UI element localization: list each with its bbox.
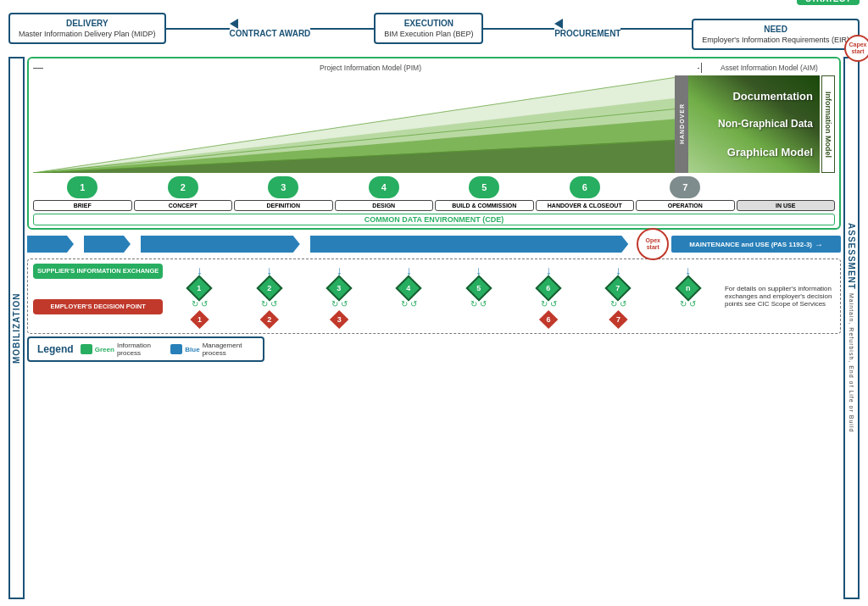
procurement-label: PROCUREMENT <box>554 29 620 38</box>
contract-line <box>166 28 230 30</box>
proc-arrow-head <box>554 19 563 29</box>
maintenance-arrow: → <box>815 240 823 249</box>
stage-7: 7 OPERATION <box>636 176 735 211</box>
stage-label-7: OPERATION <box>636 200 735 211</box>
aim-label: Asset Information Model (AIM) <box>704 64 835 72</box>
dia-green-6: 6 <box>536 275 562 301</box>
dia-green-7: 7 <box>605 275 632 301</box>
info-model-label: Information Model <box>821 75 835 173</box>
left-side: MOBILIZATION <box>8 57 25 599</box>
legend-title: Legend <box>37 343 74 355</box>
opex-label: Opex start <box>638 237 667 252</box>
legend-green-item: Green Information process <box>81 342 164 357</box>
stage-inuse: IN USE <box>737 176 836 211</box>
employer-box: EMPLOYER'S DECISION POINT <box>33 299 163 314</box>
supplier-box: SUPPLIER'S INFORMATION EXCHANGE <box>33 264 163 279</box>
flow-row: Opex start MAINTENANCE and USE (PAS 1192… <box>27 232 841 256</box>
pim-label: Project Information Model (PIM) <box>43 64 698 72</box>
dia-green-num-2: 2 <box>267 284 271 292</box>
dia-green-3: 3 <box>326 275 353 301</box>
execution-content: BIM Execution Plan (BEP) <box>384 30 473 38</box>
stage-1: 1 BRIEF <box>33 176 132 211</box>
dia-green-1: 1 <box>186 275 213 301</box>
need-box: NEED Employer's Information Requirements… <box>692 19 860 50</box>
flow-arrow-1 <box>27 236 74 253</box>
assessment-sub: Maintain, Refurbish, End of Life or Buil… <box>849 293 854 432</box>
decision-num-1: 1 <box>198 315 202 324</box>
contract-award-area: CONTRACT AWARD <box>166 19 375 38</box>
dia-green-num-4: 4 <box>407 284 411 292</box>
mobilization-label: MOBILIZATION <box>8 57 25 599</box>
decision-num-6: 6 <box>547 315 551 324</box>
stage-oval-1: 1 <box>67 176 97 198</box>
dia-green-n: n <box>675 275 701 301</box>
contract-arrow-head <box>230 19 238 29</box>
stage-5: 5 BUILD & COMMISSION <box>435 176 534 211</box>
cde-label: COMMON DATA ENVIRONMENT (CDE) <box>33 214 835 225</box>
exchange-col-n: ↓ n ↻ ↺ <box>655 264 721 329</box>
info-text-nongraphical: Non-Graphical Data <box>705 118 813 130</box>
execution-box: EXECUTION BIM Execution Plan (BEP) <box>374 13 483 44</box>
procurement-area: PROCUREMENT <box>483 19 692 38</box>
need-group: STRATEGY NEED Employer's Information Req… <box>692 7 860 50</box>
dia-green-num-7: 7 <box>616 284 620 292</box>
info-text-graphical: Graphical Model <box>705 146 813 158</box>
legend-green-color <box>81 344 92 354</box>
stage-3: 3 DEFINITION <box>234 176 333 211</box>
stage-oval-inuse-spacer <box>771 176 801 198</box>
exchange-col-2: ↓ 2 ↻ ↺ 2 <box>236 264 303 329</box>
info-text-documentation: Documentation <box>705 90 813 103</box>
dia-green-num-1: 1 <box>198 284 202 292</box>
need-content: Employer's Information Requirements (EIR… <box>702 36 849 44</box>
exchange-col-5: ↓ 5 ↻ ↺ <box>446 264 512 329</box>
delivery-title: DELIVERY <box>19 19 156 28</box>
stage-oval-2: 2 <box>168 176 198 198</box>
triangle-svg-wrapper: HANDOVER <box>33 75 688 173</box>
stage-label-4: DESIGN <box>335 200 434 211</box>
pim-divider <box>698 68 699 69</box>
legend-blue-desc: Management process <box>203 342 254 357</box>
decision-num-3: 3 <box>337 315 342 324</box>
green-triangle-area: HANDOVER Documentation Non-Graphical Dat… <box>33 75 835 173</box>
flow-arrow-2 <box>84 236 131 253</box>
contract-award-label: CONTRACT AWARD <box>230 29 311 38</box>
stage-label-inuse: IN USE <box>737 200 836 211</box>
maintenance-box: MAINTENANCE and USE (PAS 1192-3) → <box>671 236 841 253</box>
stage-oval-7: 7 <box>670 176 700 198</box>
proc-line <box>483 28 554 30</box>
exchange-col-6: ↓ 6 ↻ ↺ 6 <box>515 264 581 329</box>
page-wrapper: DELIVERY Master Information Delivery Pla… <box>0 0 868 606</box>
pim-aim-bar: Project Information Model (PIM) Asset In… <box>33 63 835 73</box>
pim-line-left <box>33 68 43 69</box>
assessment-main: ASSESSMENT <box>847 223 856 290</box>
legend-blue-label: Blue <box>185 346 199 353</box>
decision-7: 7 <box>604 310 632 329</box>
legend-green-label: Green <box>95 346 114 353</box>
exchange-col-1: ↓ 1 ↻ ↺ 1 <box>166 264 232 329</box>
contract-award-label-group: CONTRACT AWARD <box>230 19 311 38</box>
decision-num-2: 2 <box>267 315 271 324</box>
vertical-divider <box>701 63 702 73</box>
proc-line2 <box>620 28 692 30</box>
stage-oval-6: 6 <box>570 176 600 198</box>
exchange-col-3: ↓ 3 ↻ ↺ 3 <box>306 264 372 329</box>
legend-box: Legend Green Information process Blue Ma… <box>27 336 264 362</box>
decision-3: 3 <box>326 310 353 329</box>
dia-green-num-3: 3 <box>337 284 342 292</box>
delivery-box: DELIVERY Master Information Delivery Pla… <box>8 13 166 44</box>
decision-2: 2 <box>256 310 283 329</box>
stages-row: 1 BRIEF 2 CONCEPT 3 DEFINITION <box>33 176 835 211</box>
stage-4: 4 DESIGN <box>335 176 434 211</box>
capex-circle: Capex start <box>844 35 868 62</box>
diagram-inner: Project Information Model (PIM) Asset In… <box>27 57 841 230</box>
capex-label: Capex start <box>846 42 868 56</box>
dia-green-num-5: 5 <box>476 284 481 292</box>
dia-green-4: 4 <box>396 275 422 301</box>
decision-num-7: 7 <box>616 315 620 324</box>
legend-blue-item: Blue Management process <box>170 342 254 357</box>
stage-label-6: HANDOVER & CLOSEOUT <box>536 200 635 211</box>
handover-label: HANDOVER <box>679 103 685 144</box>
stage-6: 6 HANDOVER & CLOSEOUT <box>536 176 635 211</box>
contract-line2 <box>310 28 374 30</box>
stage-label-2: CONCEPT <box>134 200 233 211</box>
